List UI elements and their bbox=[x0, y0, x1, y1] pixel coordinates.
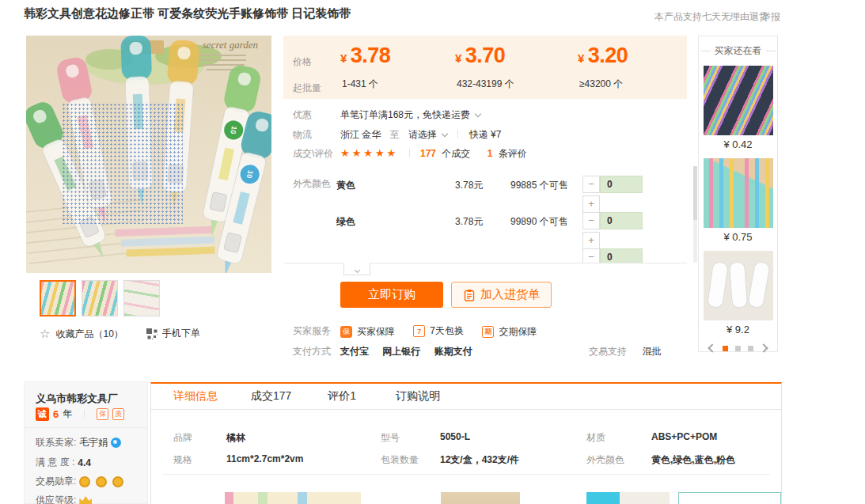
service-label: 买家服务 bbox=[293, 324, 331, 338]
satisfaction-value: 4.4 bbox=[78, 457, 91, 468]
detail-section: 详细信息 成交177 评价1 订购说明 品牌 橘林 型号 5050-L 材质 A… bbox=[150, 382, 782, 504]
recommended-product-price-1[interactable]: ¥ 0.42 bbox=[699, 138, 777, 150]
moq-label: 起批量 bbox=[293, 81, 321, 95]
moq-range: ≥43200 个 bbox=[579, 78, 690, 91]
contact-name[interactable]: 毛宇娟 bbox=[79, 436, 108, 449]
delivery-date-icon: 期 bbox=[482, 326, 494, 338]
price-tier-2: ¥ 3.70 432-43199 个 bbox=[455, 44, 505, 68]
separator bbox=[457, 130, 458, 138]
page-dot-2[interactable] bbox=[735, 346, 741, 351]
price-value: 3.70 bbox=[465, 44, 506, 67]
spec-value: 12支/盒，432支/件 bbox=[440, 453, 519, 467]
logistics-origin: 浙江 金华 bbox=[340, 129, 381, 140]
chevron-down-icon bbox=[442, 131, 448, 137]
spec-value: 11cm*2.7cm*2vm bbox=[226, 453, 303, 464]
medals-label: 交易勋章: bbox=[36, 475, 76, 488]
recommended-product-image-3[interactable] bbox=[704, 251, 773, 320]
payment-credit-term: 账期支付 bbox=[434, 346, 472, 357]
tape-shape bbox=[747, 261, 771, 309]
recommended-product-price-2[interactable]: ¥ 0.75 bbox=[699, 231, 777, 243]
promo-text-wrap[interactable]: 单笔订单满168元，免快递运费 bbox=[340, 108, 480, 122]
sku-scrollbar bbox=[693, 166, 697, 263]
contact-row: 联系卖家: 毛宇娟 bbox=[36, 436, 121, 449]
shield-icon: 保 bbox=[340, 326, 352, 338]
moq-range: 432-43199 个 bbox=[457, 78, 567, 91]
add-to-cart-label: 加入进货单 bbox=[480, 287, 540, 302]
company-name[interactable]: 义乌市韩彩文具厂 bbox=[36, 392, 118, 406]
medal-icon bbox=[79, 476, 90, 487]
qty-plus-button[interactable]: + bbox=[582, 232, 600, 249]
tab-order-info[interactable]: 订购说明 bbox=[396, 389, 440, 404]
page-dot-1[interactable] bbox=[723, 346, 728, 351]
add-to-cart-button[interactable]: 加入进货单 bbox=[451, 282, 552, 308]
contact-label: 联系卖家: bbox=[36, 436, 76, 449]
product-main-image[interactable]: secret garden bbox=[26, 36, 271, 273]
spec-value: 黄色,绿色,蓝色,粉色 bbox=[651, 453, 735, 467]
tab-deals[interactable]: 成交177 bbox=[251, 389, 291, 404]
sku-scrollbar-thumb[interactable] bbox=[693, 166, 697, 220]
supply-label: 供应等级: bbox=[36, 494, 76, 504]
mobile-order-button[interactable]: 手机下单 bbox=[146, 327, 200, 340]
currency-symbol: ¥ bbox=[340, 51, 347, 65]
thumbnail-strip bbox=[40, 280, 160, 316]
spec-label: 材质 bbox=[586, 431, 605, 445]
qty-input[interactable]: 0 bbox=[600, 248, 643, 263]
deals-count[interactable]: 177 bbox=[420, 148, 436, 159]
tab-reviews[interactable]: 评价1 bbox=[328, 389, 356, 404]
deals-label: 成交\评价 bbox=[293, 147, 333, 161]
description-image-3 bbox=[586, 492, 670, 504]
spec-value: 5050-L bbox=[440, 431, 470, 442]
tab-detail-info[interactable]: 详细信息 bbox=[173, 389, 218, 404]
supply-level-row: 供应等级: bbox=[36, 494, 92, 504]
qty-input[interactable]: 0 bbox=[600, 212, 643, 229]
detail-tabbar: 详细信息 成交177 评价1 订购说明 bbox=[151, 384, 781, 410]
satisfaction-label: 满 意 度 : bbox=[36, 456, 74, 469]
promo-label: 优惠 bbox=[293, 108, 312, 122]
support-note: 本产品支持七天无理由退货 bbox=[654, 10, 768, 24]
qty-minus-button[interactable]: − bbox=[582, 176, 600, 193]
spec-value: 橘林 bbox=[226, 431, 245, 445]
favorite-button[interactable]: ☆ 收藏产品（10） bbox=[40, 327, 123, 341]
report-link[interactable]: 举报 bbox=[761, 10, 780, 24]
qr-code-icon bbox=[146, 328, 157, 339]
sku-stock: 99890 个可售 bbox=[510, 215, 568, 229]
chevron-left-icon[interactable] bbox=[708, 343, 716, 352]
page-dot-3[interactable] bbox=[748, 346, 753, 351]
medal-icon bbox=[96, 476, 107, 487]
spec-label: 包装数量 bbox=[381, 453, 419, 467]
spec-label: 外壳颜色 bbox=[586, 453, 624, 467]
qty-minus-button[interactable]: − bbox=[582, 248, 600, 263]
recommended-product-image-1[interactable] bbox=[704, 66, 773, 135]
express-fee: 快递 ¥7 bbox=[469, 129, 502, 140]
thumbnail-2[interactable] bbox=[82, 280, 118, 316]
chevron-right-icon[interactable] bbox=[759, 343, 768, 352]
spec-label: 规格 bbox=[173, 453, 192, 467]
recommended-product-image-2[interactable] bbox=[704, 158, 773, 228]
destination-select[interactable]: 请选择 bbox=[408, 129, 447, 140]
sku-expand-button[interactable] bbox=[343, 263, 370, 275]
sku-label: 外壳颜色 bbox=[293, 177, 331, 191]
deals-row: 成交\评价 ★★★★★ 177 个成交 1 条评价 bbox=[283, 147, 698, 163]
separator bbox=[409, 149, 410, 157]
thumbnail-1[interactable] bbox=[40, 280, 76, 316]
sku-price: 3.78元 bbox=[455, 215, 483, 229]
qty-plus-button[interactable]: + bbox=[582, 195, 600, 213]
sku-name: 黄色 bbox=[336, 179, 355, 192]
clipboard-icon bbox=[463, 289, 476, 301]
currency-symbol: ¥ bbox=[578, 51, 584, 65]
order-now-button[interactable]: 立即订购 bbox=[340, 282, 443, 308]
payment-row: 支付方式 支付宝 网上银行 账期支付 交易支持 混批 bbox=[283, 345, 698, 361]
qty-input[interactable]: 0 bbox=[600, 176, 643, 193]
medals-row: 交易勋章: bbox=[36, 475, 126, 488]
review-count[interactable]: 1 bbox=[488, 148, 493, 159]
chat-icon[interactable] bbox=[111, 438, 121, 448]
seven-day-icon: 7 bbox=[413, 325, 425, 337]
moq-range: 1-431 个 bbox=[342, 78, 453, 91]
service-delivery-guarantee: 期 交期保障 bbox=[482, 325, 537, 339]
qty-minus-button[interactable]: − bbox=[582, 212, 600, 229]
recommended-product-price-3[interactable]: ¥ 9.2 bbox=[699, 324, 777, 335]
review-suffix: 条评价 bbox=[499, 148, 527, 159]
deals-suffix: 个成交 bbox=[442, 148, 470, 159]
thumbnail-3[interactable] bbox=[123, 280, 160, 316]
years-count: 6 bbox=[53, 408, 59, 420]
